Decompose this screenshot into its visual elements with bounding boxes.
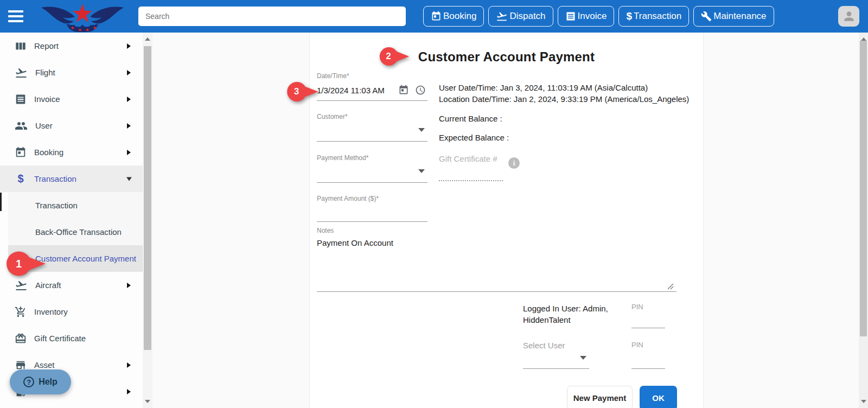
cart-plus-icon (15, 306, 27, 318)
logged-in-user-text: Logged In User: Admin, HiddenTalent (523, 303, 611, 326)
expected-balance-text: Expected Balance : (439, 133, 509, 142)
top-header-bar: Booking Dispatch Invoice $ Transaction M… (0, 0, 868, 33)
pin-bottom-underline (631, 368, 665, 369)
payment-amount-underline (317, 221, 427, 222)
sidebar-scrollbar[interactable] (143, 33, 152, 408)
sidebar-nav: Report Flight Invoice User Booking $ Tra… (0, 33, 143, 408)
gift-certificate-underline (439, 180, 503, 181)
sidebar-item-invoice[interactable]: Invoice (0, 86, 143, 112)
person-icon (842, 9, 856, 23)
help-button[interactable]: ? Help (10, 369, 71, 394)
select-user-select[interactable] (523, 352, 589, 368)
select-user-dropdown-icon[interactable] (580, 356, 586, 360)
gift-certificate-input[interactable] (439, 166, 503, 180)
help-icon: ? (23, 377, 34, 387)
customer-underline (317, 141, 427, 142)
company-logo-icon (34, 1, 131, 32)
info-icon[interactable]: i (508, 157, 520, 169)
chevron-right-icon (127, 389, 131, 394)
datetime-underline (317, 100, 427, 101)
datetime-input[interactable] (317, 82, 395, 100)
ok-button[interactable]: OK (640, 386, 677, 408)
calendar-icon (431, 11, 442, 22)
chevron-right-icon (127, 43, 131, 49)
invoice-button[interactable]: Invoice (558, 6, 615, 27)
search-input[interactable] (138, 7, 406, 26)
payment-method-select[interactable] (317, 165, 427, 182)
user-datetime-text: User Date/Time: Jan 3, 2024, 11:03:19 AM… (439, 83, 648, 92)
customer-label: Customer* (317, 113, 348, 120)
pin-bottom-label: PIN (631, 341, 643, 349)
notes-textarea[interactable]: Payment On Account (317, 236, 676, 291)
payment-method-dropdown-icon[interactable] (418, 169, 425, 173)
flight-land-icon (15, 66, 28, 79)
customer-select[interactable] (317, 124, 427, 141)
sidebar-item-inventory[interactable]: Inventory (0, 298, 143, 325)
menu-icon[interactable] (8, 10, 23, 22)
flight-land-icon (496, 10, 508, 22)
customer-account-payment-form: Customer Account Payment Date/Time* 1/3/… (309, 33, 704, 408)
header-nav: Booking Dispatch Invoice $ Transaction M… (423, 6, 774, 27)
pin-bottom-input[interactable] (631, 353, 665, 368)
chevron-right-icon (127, 97, 131, 102)
customer-dropdown-icon[interactable] (418, 128, 425, 132)
wrench-icon (701, 11, 712, 22)
main-scrollbar[interactable] (859, 33, 868, 408)
submenu-marker (0, 193, 2, 211)
scroll-down-icon[interactable] (861, 400, 866, 403)
page-title: Customer Account Payment (310, 49, 703, 65)
gift-certificate-label: Gift Certificate # (439, 154, 497, 163)
payment-amount-label: Payment Amount ($)* (317, 195, 379, 202)
chevron-right-icon (127, 362, 131, 368)
dispatch-button[interactable]: Dispatch (488, 6, 553, 27)
chevron-right-icon (127, 150, 131, 155)
people-icon (15, 119, 28, 132)
resize-handle-icon[interactable] (667, 283, 674, 290)
main-scrollbar-thumb[interactable] (860, 41, 867, 336)
dollar-icon: $ (15, 173, 27, 185)
pin-top-input[interactable] (631, 314, 665, 328)
booking-button[interactable]: Booking (423, 6, 484, 27)
sidebar-item-back-office-transaction[interactable]: Back-Office Transaction (8, 219, 143, 245)
notes-label: Notes (317, 227, 334, 234)
dollar-icon: $ (626, 10, 632, 22)
sidebar-item-flight[interactable]: Flight (0, 59, 143, 86)
scroll-down-icon[interactable] (145, 400, 150, 403)
payment-method-label: Payment Method* (317, 154, 368, 162)
annotation-badge-1: 1 (7, 251, 46, 276)
new-payment-button[interactable]: New Payment (567, 386, 633, 408)
notes-underline (317, 291, 676, 292)
datetime-label: Date/Time* (317, 72, 349, 80)
annotation-badge-2: 2 (378, 47, 411, 66)
sidebar-item-gift-certificate[interactable]: Gift Certificate (0, 325, 143, 352)
select-user-label: Select User (523, 341, 565, 350)
clock-picker-icon[interactable] (415, 85, 426, 95)
payment-amount-input[interactable] (317, 205, 427, 221)
sidebar-scrollbar-thumb[interactable] (144, 46, 151, 350)
chevron-right-icon (127, 283, 131, 288)
chevron-down-icon (126, 177, 132, 181)
sidebar-item-report[interactable]: Report (0, 33, 143, 59)
maintenance-button[interactable]: Maintenance (693, 6, 774, 27)
sidebar-item-transaction[interactable]: $ Transaction (0, 165, 143, 192)
transaction-button[interactable]: $ Transaction (618, 6, 689, 27)
gift-icon (15, 333, 27, 345)
chevron-right-icon (127, 123, 131, 129)
report-icon (15, 40, 27, 52)
pin-top-underline (631, 328, 665, 328)
sidebar-item-user[interactable]: User (0, 112, 143, 139)
payment-method-underline (317, 182, 427, 183)
receipt-icon (15, 93, 27, 105)
chevron-right-icon (127, 70, 131, 75)
calendar-picker-icon[interactable] (398, 85, 409, 95)
sidebar-item-transaction-sub[interactable]: Transaction (8, 192, 143, 219)
calendar-icon (15, 146, 27, 158)
receipt-icon (565, 11, 576, 22)
user-avatar[interactable] (838, 6, 859, 27)
pin-top-label: PIN (631, 303, 643, 311)
select-user-underline (523, 368, 589, 369)
scroll-up-icon[interactable] (145, 37, 150, 41)
aircraft-icon (15, 279, 28, 292)
sidebar-item-booking[interactable]: Booking (0, 139, 143, 165)
app-window: Booking Dispatch Invoice $ Transaction M… (0, 0, 868, 408)
